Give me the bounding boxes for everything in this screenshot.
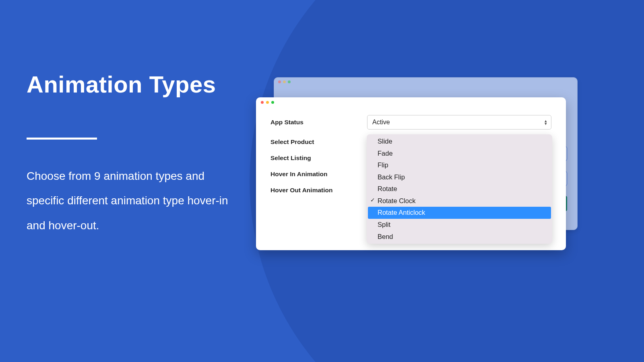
select-listing-label: Select Listing	[270, 154, 367, 162]
dropdown-option[interactable]: Split	[368, 219, 551, 231]
dropdown-option[interactable]: Rotate	[368, 183, 551, 195]
page-title: Animation Types	[27, 72, 244, 97]
settings-window-titlebar	[256, 97, 566, 107]
minimize-icon[interactable]	[266, 101, 269, 104]
traffic-light-minimize-icon	[283, 80, 286, 83]
title-divider	[27, 138, 97, 140]
app-status-select[interactable]: Active ▴▾	[367, 115, 551, 130]
page-description: Choose from 9 animation types and specif…	[27, 164, 244, 238]
dropdown-option[interactable]: Rotate Anticlock	[368, 207, 551, 219]
marketing-copy: Animation Types Choose from 9 animation …	[27, 72, 244, 238]
hover-in-animation-label: Hover In Animation	[270, 171, 367, 178]
hover-out-animation-label: Hover Out Animation	[270, 187, 367, 194]
select-caret-icon: ▴▾	[545, 119, 547, 125]
traffic-light-close-icon	[278, 80, 281, 83]
animation-type-dropdown[interactable]: SlideFadeFlipBack FlipRotateRotate Clock…	[367, 134, 552, 244]
dropdown-option[interactable]: Bend	[368, 231, 551, 243]
traffic-light-zoom-icon	[288, 80, 291, 83]
dropdown-option[interactable]: Fade	[368, 148, 551, 160]
dropdown-option[interactable]: Rotate Clock	[368, 195, 551, 207]
dropdown-option[interactable]: Slide	[368, 136, 551, 148]
background-window-titlebar	[274, 78, 577, 86]
dropdown-option[interactable]: Flip	[368, 159, 551, 171]
select-product-label: Select Product	[270, 138, 367, 146]
app-status-label: App Status	[270, 119, 367, 126]
app-status-value: Active	[372, 119, 390, 126]
close-icon[interactable]	[261, 101, 264, 104]
dropdown-option[interactable]: Back Flip	[368, 171, 551, 183]
zoom-icon[interactable]	[271, 101, 274, 104]
